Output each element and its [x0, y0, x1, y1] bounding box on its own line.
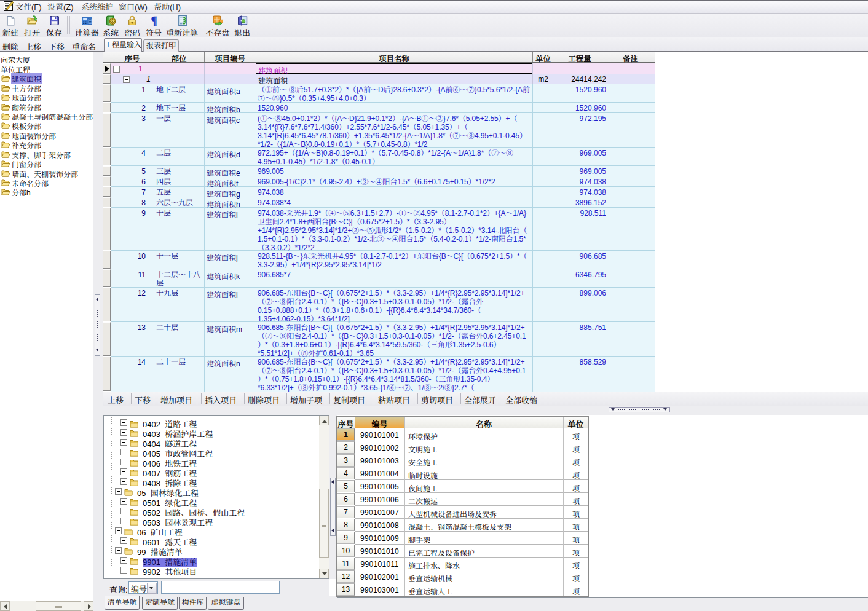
svg-text:¶: ¶ [151, 15, 157, 26]
